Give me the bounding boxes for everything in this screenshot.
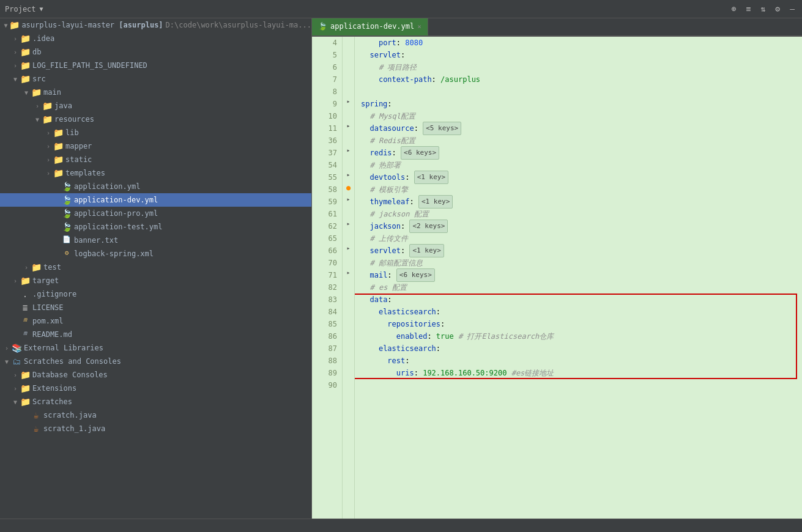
locate-icon[interactable]: ⊕ [729, 3, 739, 15]
sidebar-item-static[interactable]: › 📁 static [0, 153, 311, 166]
sidebar-item-extensions[interactable]: › 📁 Extensions [0, 382, 311, 395]
jackson-collapsed[interactable]: <2 keys> [409, 220, 448, 233]
sidebar-item-scratches[interactable]: ▼ 📁 Scratches [0, 395, 311, 408]
static-label: static [65, 155, 92, 164]
code-line-89: uris: 192.168.160.50:9200 #es链接地址 [361, 367, 802, 379]
sidebar-item-gitignore[interactable]: . .gitignore [0, 287, 311, 301]
yaml-test-icon: 🍃 [61, 222, 72, 232]
sidebar-item-templates[interactable]: › 📁 templates [0, 166, 311, 180]
comment-86: # 打开Elasticsearch仓库 [458, 330, 554, 342]
settings-icon[interactable]: ⚙ [773, 3, 782, 15]
devtools-collapsed[interactable]: <1 key> [414, 171, 448, 184]
mail-collapsed[interactable]: <6 keys> [396, 268, 435, 282]
java-arrow: › [33, 103, 42, 109]
sidebar-item-log[interactable]: › 📁 LOG_FILE_PATH_IS_UNDEFINED [0, 59, 311, 72]
target-label: target [32, 276, 59, 285]
collapse-all-icon[interactable]: ⇅ [759, 3, 768, 15]
tab-application-dev-yml[interactable]: 🍃 application-dev.yml × [312, 18, 428, 35]
code-line-9: spring: [361, 98, 802, 110]
comment-82: # es 配置 [369, 281, 406, 294]
redis-key: redis [369, 147, 392, 159]
servlet2-key: servlet [369, 245, 401, 257]
code-line-86: enabled: true # 打开Elasticsearch仓库 [361, 330, 802, 342]
servlet-key: servlet [369, 49, 401, 61]
sidebar-item-application-test-yml[interactable]: 🍃 application-test.yml [0, 220, 311, 234]
java-folder-icon: 📁 [42, 101, 53, 111]
folder-icon: 📁 [42, 114, 53, 124]
sidebar-item-application-dev-yml[interactable]: 🍃 application-dev.yml [0, 193, 311, 207]
target-folder-icon: 📁 [20, 276, 31, 286]
src-label: src [32, 75, 46, 83]
sidebar-item-scratch-java[interactable]: ☕ scratch.java [0, 408, 311, 422]
log-arrow: › [11, 62, 20, 69]
code-line-62: jackson: <2 keys> [361, 220, 802, 232]
idea-arrow: › [11, 35, 20, 42]
code-line-90 [361, 379, 802, 391]
comment-6: # 项目路径 [379, 61, 417, 73]
sidebar-item-resources[interactable]: ▼ 📁 resources [0, 113, 311, 126]
comment-61: # jackson 配置 [369, 208, 428, 220]
datasource-collapsed[interactable]: <5 keys> [423, 122, 461, 135]
minimize-icon[interactable]: — [787, 3, 797, 15]
db-label: db [32, 48, 41, 56]
code-line-71: mail: <6 keys> [361, 269, 802, 281]
sidebar-item-scratch1-java[interactable]: ☕ scratch_1.java [0, 422, 311, 435]
scratches-arrow: ▼ [2, 358, 11, 365]
servlet-collapsed[interactable]: <1 key> [409, 244, 444, 257]
sidebar-item-logback[interactable]: ⚙ logback-spring.xml [0, 247, 311, 260]
idea-label: .idea [32, 34, 54, 43]
md-icon: m [20, 330, 31, 339]
sidebar-item-db[interactable]: › 📁 db [0, 45, 311, 59]
txt-icon: 📄 [61, 235, 72, 245]
tab-yaml-icon: 🍃 [318, 22, 327, 31]
code-line-82: # es 配置 [361, 281, 802, 294]
sidebar-item-src[interactable]: ▼ 📁 src [0, 72, 311, 86]
sidebar-item-license[interactable]: ≡ LICENSE [0, 301, 311, 314]
code-line-87: elasticsearch: [361, 342, 802, 355]
sidebar-item-readme[interactable]: m README.md [0, 328, 311, 341]
tab-bar: 🍃 application-dev.yml × [312, 18, 802, 37]
sidebar-item-java[interactable]: › 📁 java [0, 99, 311, 113]
extensions-label: Extensions [32, 384, 76, 393]
context-path-value: /asurplus [440, 73, 480, 86]
code-line-5: servlet: [361, 49, 802, 61]
tree-root[interactable]: ▼ 📁 asurplus-layui-master [asurplus] D:\… [0, 18, 311, 32]
sidebar-item-main[interactable]: ▼ 📁 main [0, 86, 311, 99]
sidebar-item-target[interactable]: › 📁 target [0, 274, 311, 287]
application-test-yml-label: application-test.yml [74, 223, 163, 231]
code-line-83: data: [361, 294, 802, 306]
tab-close-button[interactable]: × [417, 23, 421, 31]
code-line-85: repositories: [361, 318, 802, 330]
folder-icon: 📁 [20, 397, 31, 407]
code-line-10: # Mysql配置 [361, 110, 802, 122]
sidebar-item-mapper[interactable]: › 📁 mapper [0, 139, 311, 153]
code-line-84: elasticsearch: [361, 306, 802, 318]
main-label: main [43, 88, 61, 97]
sidebar-item-pom[interactable]: m pom.xml [0, 314, 311, 328]
sidebar-item-idea[interactable]: › 📁 .idea [0, 32, 311, 45]
lib-arrow: › [44, 130, 53, 136]
sidebar-item-banner-txt[interactable]: 📄 banner.txt [0, 234, 311, 247]
sidebar-item-application-yml[interactable]: 🍃 application.yml [0, 180, 311, 193]
code-line-37: redis: <6 keys> [361, 147, 802, 159]
code-line-58: # 模板引擎 [361, 183, 802, 196]
mapper-label: mapper [65, 142, 92, 150]
sidebar-item-scratches-header[interactable]: ▼ 🗂 Scratches and Consoles [0, 355, 311, 368]
sidebar-item-db-consoles[interactable]: › 📁 Database Consoles [0, 368, 311, 382]
root-label: asurplus-layui-master [asurplus] [21, 21, 163, 29]
thymeleaf-collapsed[interactable]: <1 key> [418, 195, 453, 209]
sidebar-item-test[interactable]: › 📁 test [0, 260, 311, 274]
folder-icon: 📁 [53, 155, 64, 164]
src-arrow: ▼ [11, 76, 20, 83]
git-icon: . [20, 289, 31, 299]
sidebar-item-lib[interactable]: › 📁 lib [0, 126, 311, 139]
expand-all-icon[interactable]: ≡ [744, 3, 754, 15]
folder-icon: 📁 [20, 383, 31, 393]
gutter: ▸ ▸ ▸ ▸ ● ▸ ▸ ▸ ▸ [343, 37, 355, 519]
comment-36: # Redis配置 [369, 135, 415, 147]
sidebar-item-application-pro-yml[interactable]: 🍃 application-pro.yml [0, 207, 311, 220]
spring-key: spring [361, 98, 387, 110]
redis-collapsed[interactable]: <6 keys> [401, 146, 439, 160]
sidebar-item-external-libs[interactable]: › 📚 External Libraries [0, 341, 311, 355]
java-label: java [54, 102, 72, 110]
